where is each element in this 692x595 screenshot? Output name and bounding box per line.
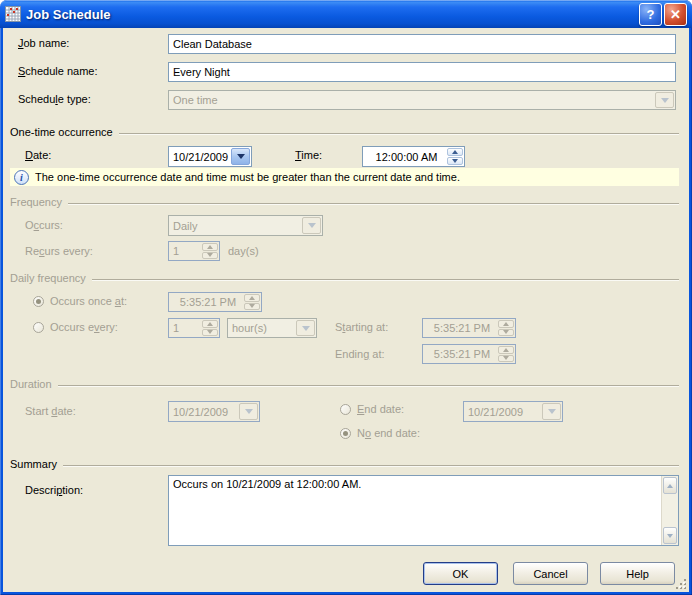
schedule-type-label: Schedule type: <box>18 93 91 105</box>
time-spinner[interactable]: 12:00:00 AM <box>362 146 465 167</box>
occurs-once-label: Occurs once at: <box>50 295 127 307</box>
cancel-button[interactable]: Cancel <box>513 562 588 585</box>
ending-at-value: 5:35:21 PM <box>423 345 497 363</box>
starting-at-label: Starting at: <box>335 321 388 333</box>
schedule-type-value: One time <box>169 91 654 109</box>
spinner <box>498 346 514 362</box>
start-date-value: 10/21/2009 <box>169 402 238 421</box>
description-text: Occurs on 10/21/2009 at 12:00:00 AM. <box>169 476 661 545</box>
scroll-up-icon[interactable] <box>663 477 677 494</box>
date-value: 10/21/2009 <box>169 147 230 166</box>
ending-at-spinner: 5:35:21 PM <box>422 344 516 364</box>
occurs-once-radio <box>33 296 44 307</box>
occurs-label: Occurs: <box>25 219 63 231</box>
spinner <box>244 294 260 310</box>
ending-at-label: Ending at: <box>335 348 385 360</box>
close-button[interactable]: ✕ <box>664 3 687 26</box>
date-label: Date: <box>25 149 51 161</box>
info-text: The one-time occurrence date and time mu… <box>35 171 460 183</box>
start-date-label: Start date: <box>25 405 76 417</box>
help-button[interactable]: ? <box>639 3 662 26</box>
occurs-every-unit-combo: hour(s) <box>227 318 317 338</box>
group-label: Frequency <box>10 196 62 208</box>
schedule-name-input[interactable] <box>168 62 676 82</box>
occurs-every-radio <box>33 322 44 333</box>
spinner-down-icon <box>202 252 218 260</box>
spinner <box>202 320 218 336</box>
group-duration: Duration <box>10 378 679 390</box>
occurs-value: Daily <box>169 216 301 235</box>
group-label: Daily frequency <box>10 272 86 284</box>
spinner-up-icon <box>202 320 218 328</box>
group-label: Duration <box>10 378 52 390</box>
spinner-down-icon[interactable] <box>447 157 463 165</box>
spinner-up-icon <box>498 346 514 354</box>
chevron-down-icon <box>542 403 561 420</box>
group-one-time-occurrence: One-time occurrence <box>10 126 679 138</box>
spinner-up-icon[interactable] <box>447 148 463 156</box>
group-divider <box>63 465 679 466</box>
no-end-date-radio <box>340 428 351 439</box>
recurs-every-label: Recurs every: <box>25 245 93 257</box>
schedule-type-combo: One time <box>168 90 676 110</box>
description-scrollbar[interactable] <box>661 476 678 545</box>
resize-grip-icon[interactable] <box>674 577 687 590</box>
spinner <box>498 320 514 336</box>
end-date-radio <box>340 404 351 415</box>
spinner-down-icon <box>498 355 514 363</box>
no-end-date-label: No end date: <box>357 427 420 439</box>
group-label: Summary <box>10 458 57 470</box>
group-divider <box>58 385 679 386</box>
titlebar[interactable]: Job Schedule ? ✕ <box>0 0 692 28</box>
dialog-body: Job name: Schedule name: Schedule type: … <box>3 28 689 592</box>
occurs-every-value: 1 <box>169 319 201 337</box>
spinner <box>447 148 463 165</box>
info-icon: i <box>14 170 29 185</box>
scroll-down-icon[interactable] <box>663 527 677 544</box>
group-divider <box>119 133 679 134</box>
help-button-bottom[interactable]: Help <box>600 562 675 585</box>
end-date-value: 10/21/2009 <box>464 402 541 421</box>
occurs-combo: Daily <box>168 215 323 236</box>
chevron-down-icon <box>302 217 321 234</box>
end-date-label: End date: <box>357 403 404 415</box>
occurs-once-time-value: 5:35:21 PM <box>169 293 243 311</box>
chevron-down-icon <box>239 403 258 420</box>
group-summary: Summary <box>10 458 679 470</box>
occurs-every-value-spinner: 1 <box>168 318 220 338</box>
end-date-picker: 10/21/2009 <box>463 401 563 422</box>
time-label: Time: <box>295 149 322 161</box>
ok-button[interactable]: OK <box>423 562 498 585</box>
time-value: 12:00:00 AM <box>363 147 446 166</box>
group-daily-frequency: Daily frequency <box>10 272 679 284</box>
job-schedule-dialog: Job Schedule ? ✕ Job name: Schedule name… <box>0 0 692 595</box>
job-name-input[interactable] <box>168 34 676 54</box>
help-icon: ? <box>647 7 655 22</box>
starting-at-value: 5:35:21 PM <box>423 319 497 337</box>
group-frequency: Frequency <box>10 196 679 208</box>
group-divider <box>68 203 679 204</box>
chevron-down-icon <box>296 320 315 336</box>
spinner-down-icon <box>498 329 514 337</box>
description-label: Description: <box>25 484 83 496</box>
occurs-every-label: Occurs every: <box>50 321 118 333</box>
spinner-up-icon <box>202 243 218 251</box>
occurs-every-unit-value: hour(s) <box>228 319 295 337</box>
close-icon: ✕ <box>670 7 681 22</box>
description-box[interactable]: Occurs on 10/21/2009 at 12:00:00 AM. <box>168 475 679 546</box>
spinner-down-icon <box>202 329 218 337</box>
recurs-every-spinner: 1 <box>168 241 220 261</box>
schedule-name-label: Schedule name: <box>18 65 98 77</box>
chevron-down-icon[interactable] <box>231 148 250 165</box>
chevron-down-icon <box>655 92 674 108</box>
window-title: Job Schedule <box>26 7 637 22</box>
date-picker[interactable]: 10/21/2009 <box>168 146 252 167</box>
group-divider <box>92 279 679 280</box>
spinner-down-icon <box>244 303 260 311</box>
group-label: One-time occurrence <box>10 126 113 138</box>
recurs-every-value: 1 <box>169 242 201 260</box>
info-bar: i The one-time occurrence date and time … <box>10 168 679 186</box>
start-date-picker: 10/21/2009 <box>168 401 260 422</box>
starting-at-spinner: 5:35:21 PM <box>422 318 516 338</box>
spinner-up-icon <box>244 294 260 302</box>
